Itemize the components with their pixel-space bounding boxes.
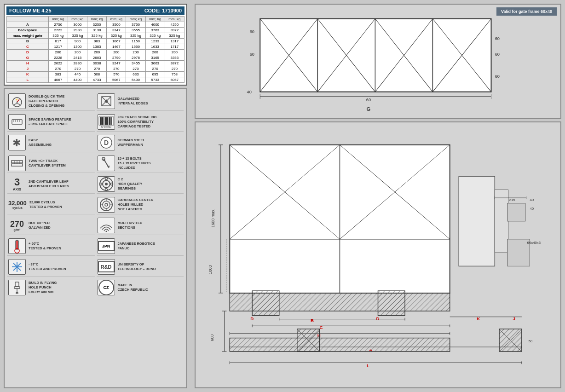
col-6: mm; kg [145, 17, 165, 22]
svg-rect-15 [101, 117, 102, 125]
specs-header: FOLLOW ME 4.25 CODE: 1710900 [6, 6, 184, 15]
svg-text:60: 60 [366, 98, 371, 102]
svg-text:L: L [367, 363, 369, 368]
track-icon [8, 156, 26, 171]
svg-text:D: D [104, 139, 108, 146]
feature-japanese: JPN JAPANESE ROBOTICSFANUC [97, 237, 184, 256]
svg-rect-20 [107, 117, 108, 125]
feature-bearings-text: C 2HIGH QUALITYBEARINGS [118, 177, 143, 190]
feature-bearings: C 2HIGH QUALITYBEARINGS [97, 175, 184, 194]
top-diagram: Valid for gate frame 60x40 60 [195, 4, 561, 119]
barcode-icon: N°239892 [98, 114, 115, 130]
svg-point-52 [105, 231, 107, 232]
svg-text:B: B [311, 318, 314, 323]
feature-holes-text: CARRIAGES CENTERHOLES MILLEDNOT LASERED [118, 198, 154, 211]
right-panel: Valid for gate frame 60x40 60 [191, 0, 565, 392]
svg-rect-30 [12, 164, 23, 166]
table-row: backspace 2722293031383347355537633972 [7, 28, 184, 33]
feature-cz: CZ MADE INCZECH REPUBLIC [97, 278, 184, 297]
svg-point-41 [105, 178, 107, 180]
svg-rect-22 [110, 117, 111, 125]
feature-twin-track: TWIN «C» TRACKCANTILEVER SYSTEM [7, 154, 95, 173]
svg-point-2 [17, 102, 18, 103]
gauge-icon: ⚡ [8, 93, 26, 109]
specs-table-container: FOLLOW ME 4.25 CODE: 1710900 mm; kg mm; … [4, 4, 187, 86]
main-diagram: 1600 max. 1000 D D B C H K [195, 121, 561, 388]
gear-icon: ✱ [8, 135, 26, 150]
svg-text:1600 max.: 1600 max. [211, 209, 215, 228]
col-5: mm; kg [126, 17, 145, 22]
svg-rect-132 [507, 239, 530, 266]
svg-text:N°239892: N°239892 [101, 126, 111, 128]
valid-badge: Valid for gate frame 60x40 [496, 7, 557, 16]
feature-galvanized-text: GALVANIZEDINTERNAL EDGES [118, 97, 148, 106]
jpn-badge-icon: JPN [98, 238, 115, 254]
bearing-icon [98, 176, 115, 192]
d-circle-icon: D [98, 135, 115, 150]
ruler-icon [8, 114, 26, 130]
svg-text:1000: 1000 [208, 265, 213, 274]
feature-32000: 32,000 cyclus 32,000 CYCLUSTESTED & PROV… [7, 196, 95, 214]
svg-point-46 [103, 201, 110, 208]
rd-badge-icon: R&D [98, 259, 115, 275]
svg-rect-14 [100, 117, 101, 125]
feature-german-steel: D GERMAN STEELWUPPERMANN [97, 133, 184, 152]
svg-text:40: 40 [530, 198, 534, 202]
table-row: K 383445508570633695758 [7, 72, 184, 77]
axis-number-icon: 3 AXIS [8, 177, 26, 191]
svg-text:C: C [320, 325, 323, 330]
weight-number-icon: 270 g/m² [8, 220, 26, 231]
gate-top-svg: 60 60 60 60 40 G 60 60 [196, 5, 560, 118]
feature-assembling-text: EASYASSEMBLING [29, 138, 52, 147]
svg-text:40: 40 [530, 207, 534, 211]
product-title: FOLLOW ME 4.25 [9, 8, 52, 13]
col-3: mm; kg [87, 17, 107, 22]
svg-point-40 [105, 183, 108, 185]
main-svg: 1600 max. 1000 D D B C H K [196, 122, 560, 387]
col-label [7, 17, 49, 22]
left-panel: FOLLOW ME 4.25 CODE: 1710900 mm; kg mm; … [0, 0, 191, 392]
feature-space-text: SPACE SAVING FEATURE- 36% TAILGATE SPACE [29, 117, 71, 127]
table-row: L 4067440047335067540057336067 [7, 77, 184, 83]
svg-text:60: 60 [495, 36, 500, 41]
feature-hole-punch: BUILD IN FLYINGHOLE PUNCHEVERY 400 mm [7, 278, 95, 297]
table-row: max. weight gate 325 kg325 kg325 kg325 k… [7, 33, 184, 39]
table-row: C 1217130013831467155016331717 [7, 44, 184, 50]
svg-text:50: 50 [529, 339, 533, 343]
feature-punch-text: BUILD IN FLYINGHOLE PUNCHEVERY 400 mm [29, 281, 57, 294]
svg-rect-17 [104, 117, 104, 125]
col-1: mm; kg [48, 17, 68, 22]
svg-text:60: 60 [495, 74, 500, 79]
svg-rect-65 [260, 19, 491, 92]
snowflake-icon [8, 259, 26, 275]
svg-rect-130 [495, 190, 508, 253]
features-container: ⚡ DOUBLE-QUICK TIMEGATE OPERATORCLOSING … [4, 88, 187, 388]
svg-text:60: 60 [495, 52, 500, 57]
svg-text:⚡: ⚡ [15, 98, 18, 101]
svg-text:600: 600 [210, 334, 214, 341]
svg-text:D: D [376, 316, 380, 321]
svg-rect-16 [102, 117, 104, 125]
svg-text:D: D [250, 316, 254, 321]
svg-point-60 [16, 266, 18, 268]
feature-space-saving: SPACE SAVING FEATURE- 36% TAILGATE SPACE [7, 113, 95, 132]
bolt-icon [98, 156, 115, 171]
svg-text:60x40x3: 60x40x3 [527, 241, 541, 245]
col-4: mm; kg [107, 17, 126, 22]
feature-32000-text: 32,000 CYCLUSTESTED & PROVEN [29, 200, 62, 209]
feature-track-serial: N°239892 «C» TRACK SERIAL NO.100% COMPAT… [97, 113, 184, 132]
svg-text:G: G [367, 106, 371, 112]
punch-icon [8, 280, 26, 295]
col-2: mm; kg [68, 17, 87, 22]
feature-270-text: HOT DIPPEDGALVANIZED [29, 221, 51, 230]
feature-minus37: - 37°CTESTED AND PROVEN [7, 258, 95, 277]
feature-minus37-text: - 37°CTESTED AND PROVEN [29, 262, 66, 271]
svg-rect-61 [15, 282, 19, 287]
svg-point-44 [110, 183, 113, 185]
features-grid: ⚡ DOUBLE-QUICK TIMEGATE OPERATORCLOSING … [7, 92, 184, 297]
cycle-number-icon: 32,000 cyclus [8, 200, 27, 209]
wifi-icon [98, 218, 115, 233]
target-icon [98, 197, 115, 213]
feature-galvanized: GALVANIZEDINTERNAL EDGES [97, 92, 184, 111]
svg-rect-23 [111, 117, 112, 125]
